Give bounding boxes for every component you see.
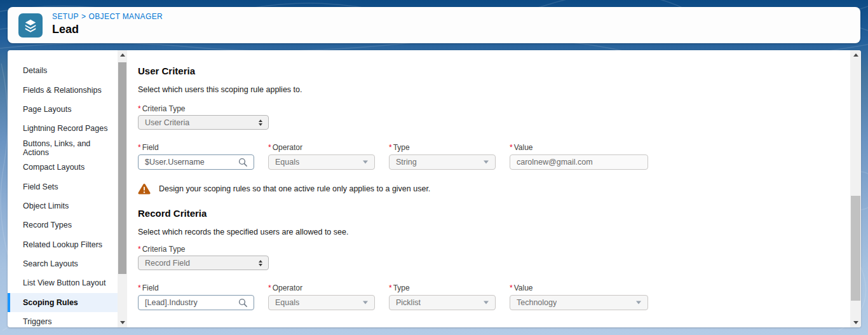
sidebar-item-page-layouts[interactable]: Page Layouts bbox=[8, 100, 118, 119]
main-scrollbar-track[interactable] bbox=[850, 60, 861, 318]
operator-column: *Operator Equals bbox=[268, 143, 375, 170]
select-value: Record Field bbox=[145, 259, 190, 268]
sidebar-item-fields-relationships[interactable]: Fields & Relationships bbox=[8, 80, 118, 99]
setup-page: SETUP>OBJECT MANAGER Lead Details Fields… bbox=[0, 0, 868, 335]
sidebar-item-buttons-links-actions[interactable]: Buttons, Links, and Actions bbox=[8, 139, 118, 158]
label-text: Field bbox=[142, 284, 159, 292]
field-label: *Field bbox=[138, 284, 254, 292]
chevron-down-icon bbox=[363, 301, 368, 304]
sidebar-item-label: Fields & Relationships bbox=[23, 86, 102, 95]
sidebar-item-object-limits[interactable]: Object Limits bbox=[8, 196, 118, 215]
sidebar-item-label: Related Lookup Filters bbox=[23, 240, 102, 249]
sidebar-item-label: List View Button Layout bbox=[23, 278, 105, 287]
label-text: Criteria Type bbox=[142, 104, 186, 113]
user-value-input[interactable]: carolnew@gmail.com bbox=[510, 154, 648, 170]
record-criteria-type-select[interactable]: Record Field bbox=[138, 256, 269, 270]
type-column: *Type Picklist bbox=[389, 284, 496, 310]
sidebar-item-label: Triggers bbox=[23, 317, 51, 326]
scroll-down-arrow-icon[interactable] bbox=[118, 318, 127, 327]
scoping-rule-warning: Design your scoping rules so that one ac… bbox=[138, 183, 837, 195]
record-value-dropdown[interactable]: Technology bbox=[510, 295, 648, 310]
dropdown-value: Equals bbox=[275, 158, 299, 167]
sidebar-item-label: Search Layouts bbox=[23, 259, 78, 268]
type-label: *Type bbox=[389, 284, 496, 292]
sidebar-item-scoping-rules[interactable]: Scoping Rules bbox=[8, 293, 118, 312]
operator-label: *Operator bbox=[268, 143, 375, 152]
required-asterisk: * bbox=[138, 245, 141, 254]
record-criteria-description: Select which records the specified users… bbox=[138, 227, 837, 237]
label-text: Value bbox=[514, 143, 533, 152]
sidebar-item-label: Buttons, Links, and Actions bbox=[23, 139, 118, 157]
sidebar-item-related-lookup-filters[interactable]: Related Lookup Filters bbox=[8, 235, 118, 254]
search-icon[interactable] bbox=[238, 298, 248, 308]
record-type-dropdown[interactable]: Picklist bbox=[389, 295, 496, 310]
sidebar-scrollbar-track[interactable] bbox=[118, 60, 127, 318]
record-operator-dropdown[interactable]: Equals bbox=[268, 295, 375, 310]
dropdown-value: Picklist bbox=[396, 298, 421, 307]
user-type-dropdown[interactable]: String bbox=[389, 154, 496, 170]
required-asterisk: * bbox=[268, 143, 271, 152]
sidebar-item-lightning-record-pages[interactable]: Lightning Record Pages bbox=[8, 119, 118, 138]
field-column: *Field [Lead].Industry bbox=[138, 284, 254, 310]
sidebar-item-field-sets[interactable]: Field Sets bbox=[8, 177, 118, 196]
breadcrumb-object-manager-link[interactable]: OBJECT MANAGER bbox=[88, 12, 163, 21]
sidebar-item-details[interactable]: Details bbox=[8, 61, 118, 80]
operator-label: *Operator bbox=[268, 284, 375, 292]
required-asterisk: * bbox=[138, 104, 141, 113]
user-criteria-fields-row: *Field $User.Username *Operator Equals bbox=[138, 143, 837, 170]
user-operator-dropdown[interactable]: Equals bbox=[268, 154, 375, 170]
record-criteria-heading: Record Criteria bbox=[138, 209, 837, 219]
sidebar-scrollbar[interactable] bbox=[118, 50, 127, 327]
required-asterisk: * bbox=[389, 284, 392, 292]
main-scrollbar-thumb[interactable] bbox=[851, 196, 860, 301]
content-panel: Details Fields & Relationships Page Layo… bbox=[8, 50, 861, 327]
sidebar-item-list-view-button-layout[interactable]: List View Button Layout bbox=[8, 273, 118, 292]
record-field-lookup-input[interactable]: [Lead].Industry bbox=[138, 295, 254, 310]
sidebar-item-compact-layouts[interactable]: Compact Layouts bbox=[8, 158, 118, 177]
sidebar-item-search-layouts[interactable]: Search Layouts bbox=[8, 254, 118, 273]
user-criteria-type-select[interactable]: User Criteria bbox=[138, 115, 269, 130]
main-scrollbar[interactable] bbox=[850, 50, 861, 327]
label-text: Criteria Type bbox=[142, 245, 186, 254]
chevron-down-icon bbox=[484, 161, 489, 164]
input-value: $User.Username bbox=[145, 158, 205, 167]
label-text: Operator bbox=[273, 284, 302, 292]
user-criteria-heading: User Criteria bbox=[138, 66, 837, 76]
dropdown-value: String bbox=[396, 158, 417, 167]
required-asterisk: * bbox=[389, 143, 392, 152]
sidebar-item-label: Field Sets bbox=[23, 182, 58, 191]
sidebar-item-triggers[interactable]: Triggers bbox=[8, 312, 118, 327]
dropdown-value: Equals bbox=[275, 298, 299, 307]
label-text: Field bbox=[142, 143, 159, 152]
label-text: Value bbox=[514, 284, 533, 292]
input-value: [Lead].Industry bbox=[145, 298, 198, 307]
input-value: carolnew@gmail.com bbox=[517, 158, 593, 167]
object-manager-icon bbox=[18, 13, 43, 38]
sidebar-item-label: Compact Layouts bbox=[23, 163, 85, 172]
scroll-down-arrow-icon[interactable] bbox=[850, 318, 861, 327]
scroll-up-arrow-icon[interactable] bbox=[118, 50, 127, 60]
breadcrumb-separator: > bbox=[81, 12, 86, 21]
layers-icon bbox=[23, 18, 38, 33]
sidebar-item-record-types[interactable]: Record Types bbox=[8, 215, 118, 235]
breadcrumb-setup-link[interactable]: SETUP bbox=[52, 12, 79, 21]
user-field-lookup-input[interactable]: $User.Username bbox=[138, 154, 254, 170]
scoping-rule-form: User Criteria Select which users this sc… bbox=[127, 50, 850, 327]
search-icon[interactable] bbox=[238, 158, 248, 167]
required-asterisk: * bbox=[268, 284, 271, 292]
warning-icon bbox=[138, 183, 151, 195]
object-manager-sidebar: Details Fields & Relationships Page Layo… bbox=[8, 50, 118, 327]
select-stepper-icon bbox=[259, 120, 262, 126]
record-criteria-fields-row: *Field [Lead].Industry *Operator Equals bbox=[138, 284, 837, 310]
sidebar-item-label: Scoping Rules bbox=[23, 298, 78, 307]
record-criteria-type-label: *Criteria Type bbox=[138, 245, 837, 254]
label-text: Operator bbox=[273, 143, 302, 152]
breadcrumb: SETUP>OBJECT MANAGER bbox=[52, 12, 163, 21]
chevron-down-icon bbox=[636, 301, 641, 304]
sidebar-scrollbar-thumb[interactable] bbox=[118, 62, 126, 274]
value-label: *Value bbox=[510, 284, 648, 292]
required-asterisk: * bbox=[510, 143, 513, 152]
sidebar-item-label: Details bbox=[23, 66, 47, 75]
scroll-up-arrow-icon[interactable] bbox=[850, 50, 861, 60]
sidebar-item-label: Object Limits bbox=[23, 202, 69, 210]
